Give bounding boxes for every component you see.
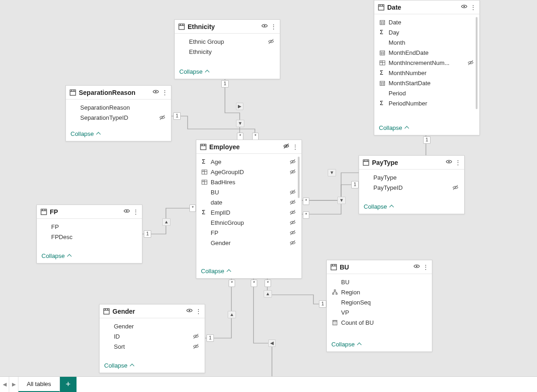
table-header[interactable]: FP ⋮	[37, 205, 142, 219]
hidden-icon[interactable]	[268, 38, 274, 45]
field-row[interactable]: Region	[327, 287, 432, 297]
collapse-button[interactable]: Collapse	[66, 128, 171, 141]
field-row[interactable]: Count of BU	[327, 317, 432, 328]
field-row[interactable]: PayType	[359, 172, 464, 182]
hidden-icon[interactable]	[193, 343, 199, 350]
field-row[interactable]: Ethnic Group	[175, 36, 280, 47]
model-canvas[interactable]: 1 ▶ ▼ * * 1 1 ▼ 1 ▼ * * 1 ▲ * 1 * ▲ 1 ▲ …	[0, 0, 537, 376]
field-row[interactable]: MonthStartDate	[374, 78, 479, 88]
field-row[interactable]: Date	[374, 17, 479, 27]
field-row[interactable]: VP	[327, 307, 432, 317]
tab-scroll-right[interactable]: ▶	[9, 377, 18, 392]
visibility-icon[interactable]	[153, 88, 159, 95]
field-row[interactable]: MonthNumber	[374, 68, 479, 78]
table-header[interactable]: SeparationReason ⋮	[66, 86, 171, 99]
field-row[interactable]: PayTypeID	[359, 182, 464, 193]
field-row[interactable]: FP	[37, 222, 142, 232]
hidden-icon[interactable]	[289, 169, 296, 175]
header-visibility[interactable]	[461, 3, 467, 11]
hidden-icon[interactable]	[289, 158, 296, 165]
header-visibility[interactable]	[124, 208, 130, 216]
collapse-button[interactable]: Collapse	[100, 359, 205, 373]
field-row[interactable]: FPDesc	[37, 232, 142, 242]
header-visibility[interactable]	[186, 307, 193, 315]
hidden-icon[interactable]	[159, 114, 165, 121]
collapse-button[interactable]: Collapse	[37, 250, 142, 263]
header-visibility[interactable]	[153, 88, 159, 96]
visibility-icon[interactable]	[124, 208, 130, 214]
field-row[interactable]: MonthIncrementNum...	[374, 58, 479, 68]
table-card-bu[interactable]: BU ⋮ BU Region RegionSeq V	[326, 260, 432, 352]
collapse-button[interactable]: Collapse	[196, 265, 301, 278]
more-options-icon[interactable]: ⋮	[162, 89, 167, 96]
header-visibility[interactable]	[413, 263, 420, 271]
field-row[interactable]: EmplID	[196, 207, 301, 217]
field-row[interactable]: ID	[100, 331, 205, 341]
collapse-button[interactable]: Collapse	[327, 338, 432, 351]
hidden-icon[interactable]	[289, 199, 296, 205]
field-row[interactable]: Period	[374, 88, 479, 98]
hidden-icon[interactable]	[289, 229, 296, 236]
field-row[interactable]: SeparationTypeID	[66, 112, 171, 123]
field-row[interactable]: MonthEndDate	[374, 47, 479, 58]
visibility-icon[interactable]	[261, 23, 268, 29]
field-row[interactable]: RegionSeq	[327, 297, 432, 307]
visibility-icon[interactable]	[461, 3, 467, 10]
hidden-icon[interactable]	[452, 184, 459, 191]
hidden-icon[interactable]	[289, 240, 296, 246]
header-visibility[interactable]	[261, 23, 268, 30]
table-header[interactable]: Gender ⋮	[100, 304, 205, 318]
header-visibility[interactable]	[446, 158, 452, 166]
field-row[interactable]: AgeGroupID	[196, 167, 301, 177]
hidden-icon[interactable]	[467, 59, 474, 66]
visibility-icon[interactable]	[446, 158, 452, 165]
more-options-icon[interactable]: ⋮	[271, 23, 276, 30]
more-options-icon[interactable]: ⋮	[292, 143, 298, 150]
field-row[interactable]: PeriodNumber	[374, 98, 479, 108]
table-card-fp[interactable]: FP ⋮ FP FPDesc Collapse	[36, 205, 142, 263]
field-row[interactable]: Gender	[100, 321, 205, 331]
field-row[interactable]: Ethnicity	[175, 47, 280, 57]
field-row[interactable]: Age	[196, 157, 301, 167]
field-row[interactable]: FP	[196, 228, 301, 238]
more-options-icon[interactable]: ⋮	[470, 4, 476, 11]
hidden-icon[interactable]	[289, 219, 296, 226]
scrollbar[interactable]	[476, 17, 478, 109]
more-options-icon[interactable]: ⋮	[423, 263, 428, 270]
more-options-icon[interactable]: ⋮	[195, 308, 201, 315]
collapse-button[interactable]: Collapse	[175, 65, 280, 79]
field-row[interactable]: Sort	[100, 341, 205, 351]
tab-scroll-left[interactable]: ◀	[0, 377, 9, 392]
field-row[interactable]: SeparationReason	[66, 102, 171, 112]
more-options-icon[interactable]: ⋮	[455, 159, 460, 166]
table-header[interactable]: Employee ⋮	[196, 140, 301, 154]
field-row[interactable]: BU	[327, 277, 432, 287]
collapse-button[interactable]: Collapse	[374, 122, 479, 135]
table-card-employee[interactable]: Employee ⋮ Age AgeGroupID BadHires	[196, 140, 302, 279]
add-layout-button[interactable]: +	[60, 377, 77, 392]
table-card-ethnicity[interactable]: Ethnicity ⋮ Ethnic Group Ethnicity Colla…	[174, 19, 280, 79]
field-row[interactable]: Gender	[196, 238, 301, 248]
table-header[interactable]: PayType ⋮	[359, 156, 464, 170]
field-row[interactable]: BadHires	[196, 177, 301, 187]
table-header[interactable]: Date ⋮	[374, 0, 479, 14]
hidden-icon[interactable]	[193, 333, 199, 339]
table-card-paytype[interactable]: PayType ⋮ PayType PayTypeID Collapse	[359, 155, 465, 214]
field-row[interactable]: BU	[196, 187, 301, 197]
scrollbar[interactable]	[298, 157, 300, 198]
table-header[interactable]: Ethnicity ⋮	[175, 20, 280, 34]
hidden-icon[interactable]	[283, 143, 289, 149]
visibility-icon[interactable]	[186, 307, 193, 314]
visibility-icon[interactable]	[413, 263, 420, 269]
field-row[interactable]: Month	[374, 37, 479, 47]
table-card-date[interactable]: Date ⋮ Date Day Month Mont	[374, 0, 480, 135]
more-options-icon[interactable]: ⋮	[133, 208, 138, 215]
field-row[interactable]: EthnicGroup	[196, 217, 301, 228]
table-card-separation[interactable]: SeparationReason ⋮ SeparationReason Sepa…	[65, 85, 171, 141]
table-card-gender[interactable]: Gender ⋮ Gender ID Sort Col	[99, 304, 205, 373]
header-visibility[interactable]	[283, 143, 289, 151]
field-row[interactable]: Day	[374, 27, 479, 37]
collapse-button[interactable]: Collapse	[359, 200, 464, 214]
field-row[interactable]: date	[196, 197, 301, 207]
table-header[interactable]: BU ⋮	[327, 260, 432, 274]
